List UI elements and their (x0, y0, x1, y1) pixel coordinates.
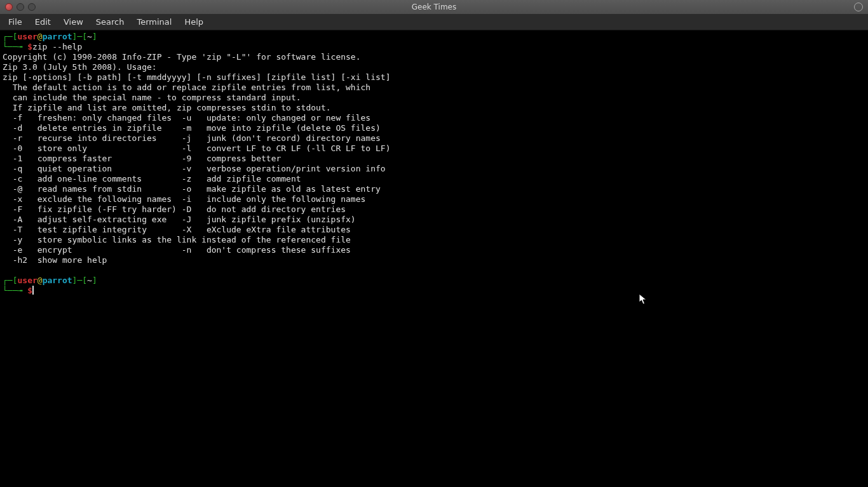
output-line: zip [-options] [-b path] [-t mmddyyyy] [… (3, 72, 390, 82)
prompt-user: user (17, 32, 37, 41)
prompt-close: ] (92, 32, 97, 41)
prompt-corner-top: ┌─ (3, 32, 13, 41)
command-zip-help: zip --help (32, 42, 82, 51)
minimize-icon[interactable] (17, 3, 24, 11)
terminal-output[interactable]: ┌─[user@parrot]─[~] └──╼ $zip --help Cop… (0, 30, 868, 487)
output-line: -e encrypt -n don't compress these suffi… (3, 245, 351, 255)
output-line: -h2 show more help (3, 255, 107, 265)
prompt-user: user (17, 276, 37, 285)
prompt-dollar: $ (27, 42, 32, 51)
menu-edit[interactable]: Edit (29, 15, 57, 29)
output-line: Copyright (c) 1990-2008 Info-ZIP - Type … (3, 52, 361, 62)
prompt-dollar: $ (27, 286, 32, 295)
window-title: Geek Times (0, 3, 868, 11)
output-line: -q quiet operation -v verbose operation/… (3, 164, 386, 173)
output-line: -x exclude the following names -i includ… (3, 194, 365, 204)
output-line: -d delete entries in zipfile -m move int… (3, 123, 381, 133)
close-icon[interactable] (5, 3, 13, 11)
menu-search[interactable]: Search (90, 15, 130, 29)
prompt-cwd: ~ (87, 276, 92, 285)
output-line: The default action is to add or replace … (3, 83, 370, 92)
prompt-corner-top: ┌─ (3, 276, 13, 285)
prompt-at: @ (37, 32, 43, 41)
prompt-host: parrot (43, 276, 72, 285)
menu-terminal[interactable]: Terminal (131, 15, 177, 29)
menubar: File Edit View Search Terminal Help (0, 14, 868, 30)
output-line: -@ read names from stdin -o make zipfile… (3, 184, 381, 194)
menu-help[interactable]: Help (179, 15, 209, 29)
menu-file[interactable]: File (3, 15, 28, 29)
prompt-corner-bot: └──╼ (3, 42, 27, 51)
output-line: -r recurse into directories -j junk (don… (3, 133, 381, 143)
prompt-cwd: ~ (87, 32, 92, 41)
output-line: -A adjust self-extracting exe -J junk zi… (3, 215, 356, 224)
output-line: -0 store only -l convert LF to CR LF (-l… (3, 143, 390, 153)
text-cursor (32, 286, 34, 295)
output-line: -c add one-line comments -z add zipfile … (3, 174, 301, 183)
window-controls (0, 3, 36, 11)
prompt-dash: ─[ (77, 32, 87, 41)
prompt-host: parrot (43, 32, 72, 41)
prompt-at: @ (37, 276, 43, 285)
titlebar: Geek Times (0, 0, 868, 14)
output-line: -f freshen: only changed files -u update… (3, 113, 370, 123)
prompt-dash: ─[ (77, 276, 87, 285)
session-indicator-icon[interactable] (854, 3, 863, 11)
prompt-close: ] (92, 276, 97, 285)
output-line: -y store symbolic links as the link inst… (3, 235, 351, 244)
output-line: If zipfile and list are omitted, zip com… (3, 103, 331, 112)
maximize-icon[interactable] (28, 3, 36, 11)
menu-view[interactable]: View (58, 15, 89, 29)
output-line: can include the special name - to compre… (3, 93, 301, 102)
output-line: -T test zipfile integrity -X eXclude eXt… (3, 225, 351, 234)
prompt-corner-bot: └──╼ (3, 286, 27, 295)
output-line: -F fix zipfile (-FF try harder) -D do no… (3, 204, 346, 214)
output-line: Zip 3.0 (July 5th 2008). Usage: (3, 62, 157, 72)
output-line: -1 compress faster -9 compress better (3, 154, 281, 163)
